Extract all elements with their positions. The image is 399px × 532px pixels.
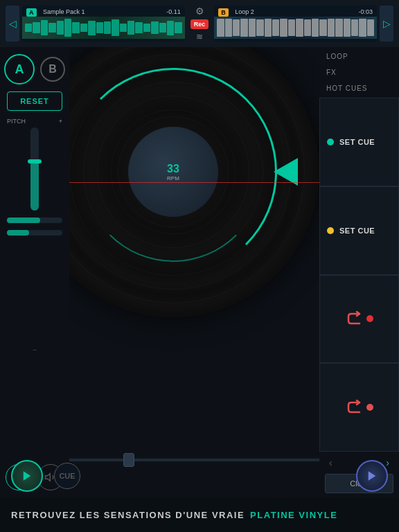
- cue-2-label: SET CUE: [339, 227, 375, 235]
- deck-a-label: A: [26, 8, 37, 17]
- deck-a-track-name: Sample Pack 1: [43, 8, 85, 15]
- pitch-label: PITCH +: [7, 118, 62, 125]
- right-panel: LOOP FX HOT CUES SET CUE SET CUE: [319, 47, 399, 497]
- deck-b-waveform-visual: [214, 17, 377, 39]
- cue-2-dot: [327, 227, 334, 234]
- playback-controls: CUE: [0, 459, 399, 493]
- play-button-b[interactable]: [356, 460, 388, 492]
- deck-b-waveform[interactable]: B Loop 2 -0:03: [214, 6, 377, 42]
- eq-minus-label: –: [33, 346, 36, 353]
- cue-4-icon-group: [346, 400, 373, 415]
- vinyl-rpm-sub: RPM: [167, 175, 179, 181]
- pitch-slider[interactable]: [30, 127, 39, 211]
- bottom-text-plain: RETROUVEZ LES SENSATIONS D'UNE VRAIE: [11, 510, 245, 520]
- vinyl-label: 33 RPM: [128, 127, 218, 217]
- cue-1-dot: [327, 139, 334, 145]
- play-icon-a: [21, 470, 33, 482]
- bottom-bar: RETROUVEZ LES SENSATIONS D'UNE VRAIE PLA…: [0, 497, 399, 532]
- deck-b-track-name: Loop 2: [235, 8, 254, 15]
- hot-cue-2-button[interactable]: SET CUE: [319, 186, 399, 275]
- cue-4-dot: [366, 404, 373, 411]
- pitch-handle: [28, 159, 42, 163]
- hot-cue-1-button[interactable]: SET CUE: [319, 98, 399, 186]
- pitch-section: PITCH +: [7, 118, 62, 211]
- eq-section: [7, 218, 62, 236]
- deck-a-time: -0.11: [166, 8, 181, 15]
- deck-b-label: B: [218, 8, 229, 17]
- turntable-area[interactable]: 33 RPM: [69, 47, 319, 497]
- eq-fill-1: [7, 218, 40, 223]
- eq-fill-2: [7, 230, 29, 236]
- vinyl-rpm: 33: [167, 162, 179, 175]
- pitch-text: PITCH: [7, 118, 26, 125]
- deck-b-waveform-bars: [214, 17, 377, 39]
- deck-buttons: A B: [4, 54, 65, 85]
- cue-3-return-icon: [346, 311, 364, 326]
- rec-button[interactable]: Rec: [190, 19, 209, 29]
- hot-cues-label: HOT CUES: [326, 85, 392, 92]
- cue-a-label: CUE: [59, 472, 75, 480]
- play-icon-b: [366, 470, 378, 482]
- svg-marker-2: [369, 471, 376, 481]
- cue-button-a[interactable]: CUE: [54, 463, 80, 489]
- center-controls: ⚙ Rec ≋: [188, 6, 212, 42]
- deck-b-next-btn[interactable]: ▷: [380, 6, 393, 42]
- eq-slider-1[interactable]: [7, 218, 62, 223]
- hot-cue-4-button[interactable]: [319, 363, 399, 452]
- fx-label: FX: [326, 69, 392, 76]
- top-bar: ◁ A Sample Pack 1 -0.11: [0, 0, 399, 47]
- vinyl-info: 33 RPM: [167, 162, 179, 181]
- pitch-fill: [30, 161, 39, 211]
- left-panel: A B RESET PITCH + –: [0, 47, 69, 497]
- loop-label: LOOP: [326, 53, 392, 60]
- cue-3-icon-group: [346, 311, 373, 326]
- settings-icon[interactable]: ⚙: [195, 6, 204, 17]
- cue-4-return-icon: [346, 400, 364, 415]
- reset-button[interactable]: RESET: [7, 91, 62, 111]
- deck-b-time: -0:03: [359, 8, 373, 15]
- deck-a-waveform-visual: [22, 17, 185, 39]
- cue-3-dot: [366, 315, 373, 322]
- red-center-line: [69, 182, 319, 183]
- main-area: A B RESET PITCH + –: [0, 47, 399, 497]
- play-button-a[interactable]: [11, 460, 43, 492]
- vinyl-pointer: [274, 158, 298, 186]
- deck-a-waveform[interactable]: A Sample Pack 1 -0.11: [22, 6, 185, 42]
- eq-slider-2[interactable]: [7, 230, 62, 236]
- deck-a-prev-btn[interactable]: ◁: [6, 6, 19, 42]
- svg-marker-1: [24, 471, 31, 481]
- right-top-labels: LOOP FX HOT CUES: [319, 47, 399, 98]
- cue-1-label: SET CUE: [339, 138, 375, 146]
- deck-a-waveform-bars: [22, 17, 185, 39]
- pitch-plus: +: [59, 118, 62, 125]
- deck-a-button[interactable]: A: [4, 54, 35, 85]
- bottom-text-accent: PLATINE VINYLE: [250, 510, 337, 520]
- deck-b-button[interactable]: B: [40, 57, 65, 82]
- hot-cue-buttons: SET CUE SET CUE: [319, 98, 399, 452]
- wifi-icon[interactable]: ≋: [196, 32, 203, 42]
- hot-cue-3-button[interactable]: [319, 275, 399, 364]
